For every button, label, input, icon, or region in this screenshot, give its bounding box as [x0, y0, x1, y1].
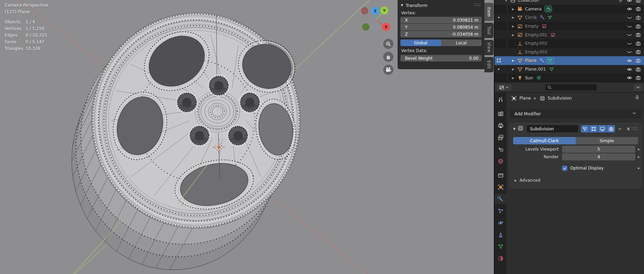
bevel-weight-field[interactable]: Bevel Weight0.00 [400, 55, 482, 62]
vertex-data-label: Vertex Data: [398, 47, 484, 54]
toggle-realtime-icon[interactable] [598, 125, 607, 132]
vertex-y-field[interactable]: Y0.080854 m [400, 24, 482, 30]
vertex-x-field[interactable]: X0.030821 m [400, 17, 482, 23]
outliner-row-empty-002[interactable]: Empty.002 [495, 39, 644, 48]
render-visibility-icon[interactable] [634, 49, 643, 55]
outliner-row-plane-001[interactable]: ▶ Plane.001 [495, 65, 644, 74]
hide-eye-icon[interactable] [625, 41, 634, 46]
pan-button[interactable] [383, 52, 393, 62]
outliner-row-empty-003[interactable]: Empty.003 [495, 48, 644, 57]
tab-output-icon[interactable] [495, 120, 506, 131]
tab-view-layer-icon[interactable] [495, 132, 506, 143]
animate-dot[interactable] [638, 156, 639, 158]
hide-eye-icon[interactable] [625, 67, 634, 72]
orientation-global-button[interactable]: Global [400, 39, 441, 46]
tab-item[interactable]: Item [484, 3, 493, 21]
modifier-delete-x[interactable]: ✕ [625, 126, 632, 132]
hide-eye-icon[interactable] [625, 24, 634, 29]
toggle-render-icon[interactable] [607, 125, 615, 132]
render-visibility-icon[interactable] [634, 15, 643, 20]
expand-arrow-icon[interactable]: ▶ [510, 7, 516, 11]
outliner-row-camera[interactable]: ▶ Camera [495, 5, 644, 14]
hide-eye-icon[interactable] [625, 0, 634, 3]
outliner-row-sun[interactable]: ▶ Sun [495, 73, 644, 82]
toggle-on-cage-icon[interactable] [581, 125, 589, 132]
hide-eye-icon[interactable] [625, 15, 634, 20]
collapse-arrow-icon[interactable]: ▼ [513, 127, 516, 131]
render-visibility-icon[interactable] [634, 32, 643, 37]
empty-image-icon [516, 24, 523, 29]
outliner-row-empty[interactable]: ▶ Empty [495, 22, 644, 31]
hide-eye-icon[interactable] [625, 32, 634, 37]
catmull-clark-button[interactable]: Catmull-Clark [513, 137, 576, 144]
panel-drag-handle[interactable] [474, 3, 481, 7]
expand-arrow-icon[interactable]: ▶ [510, 16, 516, 19]
animate-dot[interactable] [638, 149, 639, 150]
modifier-drag-handle[interactable] [632, 127, 639, 131]
expand-arrow-icon[interactable]: ▶ [510, 33, 516, 37]
expand-arrow-icon[interactable]: ▶ [510, 24, 516, 28]
zoom-button[interactable] [383, 39, 393, 49]
tab-tool[interactable]: Tool [484, 23, 493, 38]
render-visibility-icon[interactable] [634, 24, 643, 29]
outliner-row-plane[interactable]: ▶ Plane [495, 56, 644, 65]
modifier-display-toggles [581, 125, 615, 132]
render-visibility-icon[interactable] [634, 41, 643, 46]
tab-tool-icon[interactable] [495, 94, 506, 105]
tab-physics-icon[interactable] [495, 217, 506, 228]
tab-modifiers-icon[interactable] [495, 194, 506, 204]
search-input[interactable] [545, 84, 597, 91]
collapse-arrow-icon[interactable]: ▼ [401, 3, 403, 7]
tab-object-icon[interactable] [495, 182, 506, 192]
tab-constraints-icon[interactable] [495, 229, 506, 240]
simple-button[interactable]: Simple [576, 137, 638, 144]
orientation-local-button[interactable]: Local [441, 39, 482, 46]
render-visibility-icon[interactable] [634, 58, 643, 63]
add-modifier-dropdown[interactable]: Add Modifier [510, 109, 641, 118]
expand-arrow-icon[interactable]: ▶ [510, 67, 516, 71]
modifier-name-field[interactable]: Subdivision [527, 125, 578, 132]
render-visibility-icon[interactable] [634, 0, 643, 3]
expand-arrow-icon[interactable]: ▶ [510, 76, 516, 80]
tab-view[interactable]: View [484, 40, 493, 55]
modifier-extras-chevron[interactable] [616, 127, 623, 131]
tab-scene-icon[interactable] [495, 144, 506, 154]
panel-title[interactable]: Transform [406, 3, 427, 8]
camera-view-button[interactable] [383, 65, 393, 75]
tab-particles-icon[interactable] [495, 206, 506, 216]
tab-material-icon[interactable] [495, 253, 506, 264]
expand-arrow-icon[interactable]: ▼ [503, 0, 509, 2]
collection-checkbox[interactable] [616, 0, 625, 3]
render-visibility-icon[interactable] [634, 67, 643, 72]
breadcrumb-object[interactable]: Plane [519, 96, 531, 101]
hide-eye-icon[interactable] [625, 75, 634, 80]
hide-eye-icon[interactable] [625, 49, 634, 55]
breadcrumb-modifier[interactable]: Subdivision [548, 96, 572, 101]
outliner-row-collection[interactable]: ▼ Collection [495, 0, 644, 5]
optimal-display-checkbox[interactable] [562, 166, 567, 171]
tab-world-icon[interactable] [495, 156, 506, 166]
render-visibility-icon[interactable] [634, 75, 643, 80]
3d-viewport[interactable]: Camera Perspective (137) Plane Objects1 … [0, 0, 494, 274]
mesh-object-icon [516, 15, 523, 20]
tab-collection-icon[interactable] [495, 170, 506, 180]
levels-viewport-field[interactable]: 5 [562, 146, 635, 153]
expand-arrow-icon[interactable]: ▶ [510, 59, 516, 62]
outliner-row-circle[interactable]: ▶ Circle [495, 13, 644, 22]
tab-edit[interactable]: Edit [484, 57, 493, 72]
advanced-section-header[interactable]: ▶ Advanced [514, 176, 642, 184]
hide-eye-icon[interactable] [625, 6, 634, 12]
orientation-gizmo[interactable]: Z Y X [358, 3, 393, 36]
animate-dot[interactable] [638, 167, 639, 169]
render-visibility-icon[interactable] [634, 6, 643, 12]
toggle-edit-mode-icon[interactable] [589, 125, 598, 132]
pin-icon[interactable] [635, 95, 640, 101]
render-levels-field[interactable]: 4 [562, 153, 635, 160]
tab-object-data-icon[interactable] [495, 241, 506, 252]
vertex-z-field[interactable]: Z-0.034056 m [400, 31, 482, 37]
header-options-button[interactable] [634, 84, 642, 91]
outliner-row-empty-001[interactable]: ▶ Empty.001 [495, 30, 644, 39]
editor-type-button[interactable] [497, 84, 511, 91]
tab-render-icon[interactable] [495, 108, 506, 119]
hide-eye-icon[interactable] [625, 58, 634, 63]
